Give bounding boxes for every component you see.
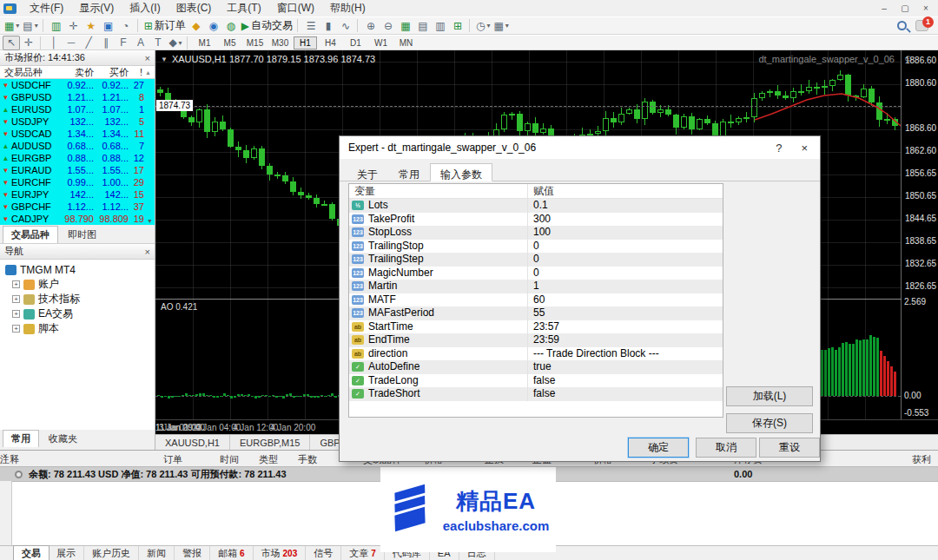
market-watch-row[interactable]: EURUSD 1.07... 1.07... 1 (0, 103, 155, 115)
market-watch-row[interactable]: CADJPY 98.790 98.809 19 (0, 213, 155, 225)
text-label-icon[interactable]: T (149, 36, 167, 50)
timeframe-button[interactable]: M1 (193, 36, 216, 49)
separator[interactable] (469, 19, 472, 32)
chart-tab[interactable]: XAUUSD,H1 (155, 435, 230, 451)
navigator-tree-item[interactable]: + 脚本 (0, 321, 155, 336)
separator[interactable] (43, 19, 45, 32)
separator[interactable] (297, 19, 300, 32)
menu-item[interactable]: 窗口(W) (269, 0, 322, 16)
param-value[interactable]: 300 (528, 213, 723, 227)
navigator-icon[interactable]: ★ (83, 18, 100, 33)
parameter-row[interactable]: 123 TrailingStop 0 (349, 240, 723, 254)
save-button[interactable]: 保存(S) (726, 413, 813, 433)
mql5-community-icon[interactable]: ◉ (205, 18, 222, 33)
window-control-button[interactable]: ▢ (895, 3, 915, 13)
close-icon[interactable]: × (145, 247, 150, 257)
bar-chart-icon[interactable]: ☰ (302, 18, 320, 33)
param-value[interactable]: 0 (528, 253, 723, 267)
parameter-row[interactable]: 123 MAFastPeriod 55 (349, 306, 723, 320)
parameter-row[interactable]: ✓ AutoDefine true (349, 360, 723, 374)
param-value[interactable]: 0.1 (528, 199, 723, 213)
text-icon[interactable]: A (132, 36, 149, 50)
dialog-tab[interactable]: 常用 (388, 163, 430, 181)
notifications-icon[interactable]: 1 (915, 20, 928, 31)
timeframe-button[interactable]: M5 (218, 36, 241, 49)
dialog-title-bar[interactable]: Expert - dt_martingale_swapper_v_0_06 ? … (340, 136, 820, 159)
market-watch-tab[interactable]: 交易品种 (3, 226, 58, 243)
market-watch-row[interactable]: USDJPY 132... 132... 5 (0, 115, 155, 128)
dialog-tab[interactable]: 关于 (347, 163, 388, 181)
periods-icon[interactable]: ◷ (474, 18, 492, 33)
parameter-row[interactable]: ✓ TradeLong false (349, 374, 723, 388)
param-value[interactable]: 100 (528, 226, 723, 240)
separator[interactable] (137, 19, 140, 32)
window-control-button[interactable]: – (874, 3, 895, 13)
timeframe-button[interactable]: M30 (268, 36, 292, 49)
close-icon[interactable]: × (145, 53, 150, 63)
autotrading-icon[interactable]: ▶自动交易 (240, 18, 294, 33)
param-value[interactable]: true (528, 360, 723, 374)
arrange-windows-icon[interactable]: ▥ (432, 18, 449, 33)
search-icon[interactable] (897, 21, 907, 30)
terminal-icon[interactable]: ▣ (100, 18, 117, 33)
timeframe-button[interactable]: W1 (369, 36, 393, 49)
param-value[interactable]: false (528, 374, 723, 388)
window-control-button[interactable]: × (915, 3, 936, 13)
timeframe-button[interactable]: H4 (319, 36, 342, 49)
navigator-tab[interactable]: 收藏夹 (40, 430, 86, 447)
parameter-row[interactable]: 123 MagicNumber 0 (349, 267, 723, 280)
tile-windows-icon[interactable]: ▦ (397, 18, 414, 33)
zoom-out-icon[interactable]: ⊖ (380, 18, 397, 33)
menu-item[interactable]: 插入(I) (122, 0, 168, 16)
expand-icon[interactable]: + (12, 280, 20, 288)
param-value[interactable]: 0 (528, 240, 723, 254)
close-icon[interactable]: × (801, 142, 808, 155)
param-value[interactable]: 1 (528, 280, 723, 293)
param-value[interactable]: 23:59 (528, 333, 723, 347)
timeframe-button[interactable]: D1 (344, 36, 367, 49)
column-symbol[interactable]: 交易品种 (0, 66, 56, 79)
param-value[interactable]: --- Trade Direction Block --- (528, 347, 723, 361)
scroll-up-icon[interactable]: ▲ (142, 69, 154, 76)
scroll-down-icon[interactable]: ▼ (147, 218, 153, 224)
param-value[interactable]: false (528, 387, 723, 401)
column-ask[interactable]: 买价 (94, 66, 129, 79)
expand-icon[interactable]: + (12, 310, 20, 318)
parameter-row[interactable]: 123 Martin 1 (349, 280, 723, 293)
trendline-icon[interactable]: ╱ (80, 36, 97, 50)
timeframe-button[interactable]: MN (394, 36, 418, 49)
ok-button[interactable]: 确定 (628, 438, 689, 458)
chevron-down-icon[interactable]: ▼ (161, 56, 168, 63)
cancel-button[interactable]: 取消 (696, 438, 756, 458)
new-chart-icon[interactable]: ▦ (3, 18, 21, 33)
parameter-row[interactable]: 123 TrailingStep 0 (349, 253, 723, 267)
terminal-tab[interactable]: 新闻 (139, 546, 175, 560)
param-value[interactable]: 60 (528, 293, 723, 307)
terminal-tab[interactable]: 信号 (306, 546, 341, 560)
terminal-tab[interactable]: 文章7 (341, 546, 385, 560)
timeframe-button[interactable]: M15 (243, 36, 267, 49)
menu-item[interactable]: 帮助(H) (322, 0, 373, 16)
line-chart-icon[interactable]: ∿ (337, 18, 354, 33)
expand-icon[interactable]: + (12, 325, 20, 333)
parameter-row[interactable]: 123 StopLoss 100 (349, 226, 723, 240)
separator[interactable] (40, 36, 43, 49)
market-watch-row[interactable]: EURCHF 0.99... 1.00... 29 (0, 176, 155, 188)
market-watch-tab[interactable]: 即时图 (59, 226, 105, 243)
data-window-icon[interactable]: ✛ (65, 18, 83, 33)
market-watch-row[interactable]: GBPUSD 1.21... 1.21... 8 (0, 91, 155, 103)
strategy-tester-icon[interactable]: ◔ (117, 18, 135, 33)
navigator-tab[interactable]: 常用 (3, 430, 39, 447)
channel-icon[interactable]: ∥ (97, 36, 115, 50)
parameter-row[interactable]: 123 MATF 60 (349, 293, 723, 307)
chart-tab[interactable]: EURGBP,M15 (230, 435, 311, 451)
terminal-tab[interactable]: 邮箱6 (210, 546, 254, 560)
param-value[interactable]: 0 (528, 267, 723, 280)
parameter-row[interactable]: ab StartTime 23:57 (349, 320, 723, 334)
param-value[interactable]: 23:57 (528, 320, 723, 334)
crosshair-icon[interactable]: ✛ (20, 36, 37, 50)
horizontal-line-icon[interactable]: ─ (63, 36, 80, 50)
signals-icon[interactable]: ◍ (222, 18, 240, 33)
navigator-root[interactable]: TMGM MT4 (0, 262, 155, 277)
separator[interactable] (187, 36, 189, 49)
